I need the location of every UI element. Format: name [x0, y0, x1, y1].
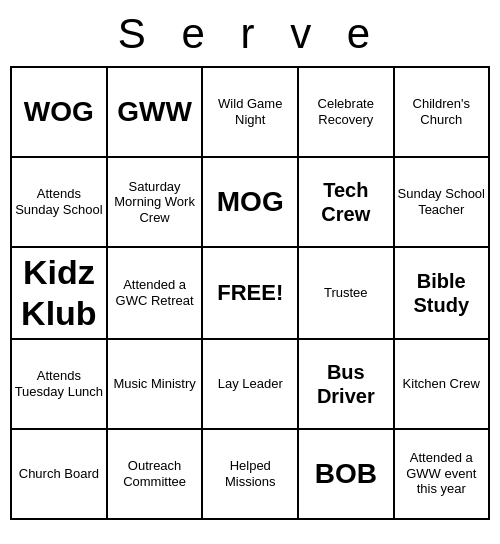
cell-r0-c3: Celebrate Recovery [298, 67, 394, 157]
cell-r2-c4: Bible Study [394, 247, 489, 339]
cell-r3-c0: Attends Tuesday Lunch [11, 339, 107, 429]
cell-r0-c2: Wild Game Night [202, 67, 298, 157]
cell-r4-c4: Attended a GWW event this year [394, 429, 489, 519]
cell-r4-c3: BOB [298, 429, 394, 519]
cell-r1-c2: MOG [202, 157, 298, 247]
cell-r3-c3: Bus Driver [298, 339, 394, 429]
cell-r4-c2: Helped Missions [202, 429, 298, 519]
cell-r2-c2: FREE! [202, 247, 298, 339]
cell-r1-c0: Attends Sunday School [11, 157, 107, 247]
cell-r1-c1: Saturday Morning Work Crew [107, 157, 203, 247]
bingo-grid: WOGGWWWild Game NightCelebrate RecoveryC… [10, 66, 490, 520]
cell-r2-c1: Attended a GWC Retreat [107, 247, 203, 339]
cell-r2-c0: Kidz Klub [11, 247, 107, 339]
cell-r0-c0: WOG [11, 67, 107, 157]
cell-r3-c1: Music Ministry [107, 339, 203, 429]
cell-r4-c0: Church Board [11, 429, 107, 519]
cell-r4-c1: Outreach Committee [107, 429, 203, 519]
cell-r1-c3: Tech Crew [298, 157, 394, 247]
cell-r3-c2: Lay Leader [202, 339, 298, 429]
page-title: S e r v e [118, 0, 382, 66]
cell-r0-c1: GWW [107, 67, 203, 157]
cell-r1-c4: Sunday School Teacher [394, 157, 489, 247]
cell-r3-c4: Kitchen Crew [394, 339, 489, 429]
cell-r2-c3: Trustee [298, 247, 394, 339]
cell-r0-c4: Children's Church [394, 67, 489, 157]
